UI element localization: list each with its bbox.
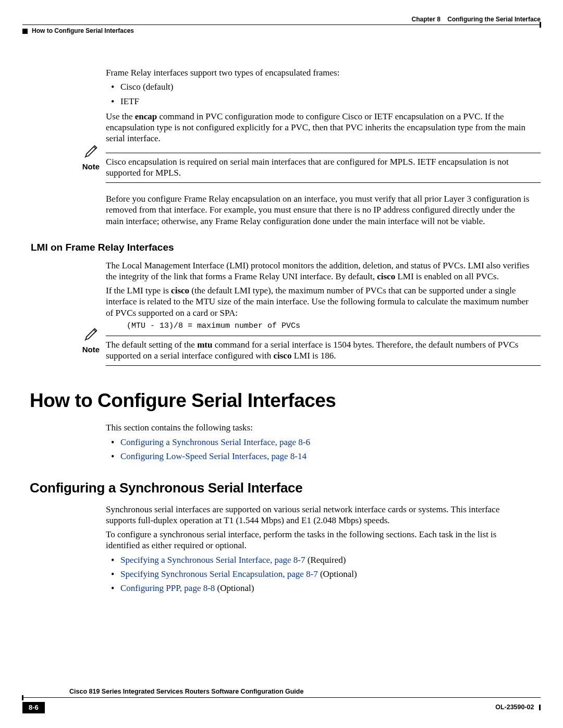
header-rule (22, 24, 541, 25)
list-item: Specifying Synchronous Serial Encapsulat… (120, 569, 530, 579)
pencil-icon (84, 143, 100, 161)
chapter-label: Chapter 8 (412, 16, 440, 23)
list-item: Configuring Low-Speed Serial Interfaces,… (120, 451, 530, 462)
link-config-ppp[interactable]: Configuring PPP, page 8-8 (120, 583, 215, 593)
list-item: Specifying a Synchronous Serial Interfac… (120, 554, 530, 565)
page-header: Chapter 8 Configuring the Serial Interfa… (22, 16, 541, 23)
list-item: IETF (120, 96, 530, 107)
sync-heading: Configuring a Synchronous Serial Interfa… (22, 479, 541, 497)
note-block: Note The default setting of the mtu comm… (22, 336, 541, 366)
link-spec-interface[interactable]: Specifying a Synchronous Serial Interfac… (120, 555, 305, 565)
howto-link-list: Configuring a Synchronous Serial Interfa… (106, 437, 530, 462)
note-text: Cisco encapsulation is required on seria… (106, 157, 509, 178)
body-content: Frame Relay interfaces support two types… (22, 67, 541, 144)
tick-icon (539, 705, 541, 710)
howto-heading: How to Configure Serial Interfaces (22, 389, 541, 413)
howto-intro: This section contains the following task… (106, 422, 530, 433)
note2-text: The default setting of the mtu command f… (106, 339, 541, 362)
sync-p1: Synchronous serial interfaces are suppor… (106, 504, 530, 526)
sync-p2: To configure a synchronous serial interf… (106, 529, 530, 551)
encap-cmd: encap (135, 112, 157, 121)
list-item: Cisco (default) (120, 81, 530, 92)
howto-body: This section contains the following task… (22, 422, 541, 462)
lmi-p2: If the LMI type is cisco (the default LM… (106, 285, 530, 318)
para-after-note1-wrap: Before you configure Frame Relay encapsu… (22, 193, 541, 227)
chapter-title: Configuring the Serial Interface (447, 16, 541, 23)
guide-title: Cisco 819 Series Integrated Services Rou… (22, 688, 541, 696)
note-label: Note (82, 162, 100, 172)
sync-body: Synchronous serial interfaces are suppor… (22, 504, 541, 594)
encap-type-list: Cisco (default) IETF (106, 81, 530, 107)
note-block: Note Cisco encapsulation is required on … (22, 153, 541, 183)
doc-id: OL-23590-02 (495, 704, 534, 711)
page-footer: Cisco 819 Series Integrated Services Rou… (22, 688, 541, 713)
pencil-icon (84, 326, 100, 344)
list-item: Configuring a Synchronous Serial Interfa… (120, 437, 530, 448)
breadcrumb: How to Configure Serial Interfaces (22, 27, 541, 35)
sync-task-list: Specifying a Synchronous Serial Interfac… (106, 554, 530, 594)
note-label: Note (82, 345, 100, 355)
lmi-p1: The Local Management Interface (LMI) pro… (106, 260, 530, 282)
list-item: Configuring PPP, page 8-8 (Optional) (120, 583, 530, 594)
link-low-speed[interactable]: Configuring Low-Speed Serial Interfaces,… (120, 451, 307, 461)
lmi-heading: LMI on Frame Relay Interfaces (22, 241, 541, 254)
lmi-body: The Local Management Interface (LMI) pro… (22, 260, 541, 331)
intro-p2: Use the encap command in PVC configurati… (106, 111, 530, 144)
square-bullet-icon (22, 29, 28, 34)
intro-p1: Frame Relay interfaces support two types… (106, 67, 530, 78)
page-number: 8-6 (22, 702, 45, 713)
para-after-note1: Before you configure Frame Relay encapsu… (106, 193, 530, 227)
breadcrumb-text: How to Configure Serial Interfaces (32, 27, 134, 34)
formula: (MTU - 13)/8 = maximum number of PVCs (127, 322, 530, 331)
link-spec-encap[interactable]: Specifying Synchronous Serial Encapsulat… (120, 569, 318, 579)
link-sync-serial[interactable]: Configuring a Synchronous Serial Interfa… (120, 437, 310, 447)
